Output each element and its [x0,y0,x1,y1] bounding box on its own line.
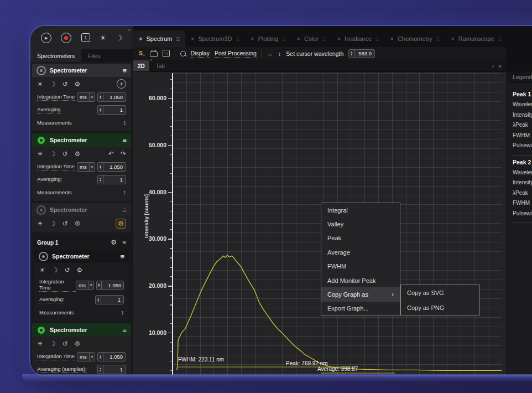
field-value[interactable]: 1.050 [103,163,126,171]
field-value[interactable]: 1 [103,106,126,114]
hamburger-icon[interactable]: ≡ [122,136,127,144]
redo-icon[interactable]: ↷ [121,151,126,157]
close-icon[interactable]: × [337,35,341,42]
menu-item-fwhm[interactable]: FWHM [321,260,400,273]
panel-header[interactable]: Spectrometer≡ [32,133,131,147]
brightness-icon[interactable]: ☀ [37,340,43,347]
panel-collapse-icon[interactable]: « [498,63,502,69]
moon-icon[interactable]: ☽ [50,220,56,227]
menu-item-integral[interactable]: Integral [321,203,400,217]
doc-tab-ramanscope[interactable]: ×Ramanscope≡ [445,30,507,47]
sidebar-collapse-icon[interactable]: « [128,27,131,33]
unit-select[interactable]: ms▾ [76,281,93,290]
value-stepper[interactable]: ▴▾1 [97,105,126,115]
tab-menu-icon[interactable]: ≡ [498,35,502,42]
menu-item-valley[interactable]: Valley [321,217,400,231]
field-value[interactable]: 1.050 [102,281,124,289]
chevron-down-icon[interactable]: ▾ [89,93,95,101]
stepper-arrows-icon[interactable]: ▴▾ [349,50,354,58]
hamburger-icon[interactable]: ≡ [122,239,126,246]
brightness-icon[interactable]: ☀ [100,34,106,42]
panel-header[interactable]: Spectrometer≡ [34,250,129,263]
close-icon[interactable]: × [139,35,142,42]
chevron-down-icon[interactable]: ▾ [89,163,95,171]
menu-item-average[interactable]: Average [321,245,400,259]
stepper-arrows-icon[interactable]: ▴▾ [98,93,103,101]
record-icon[interactable] [61,33,71,43]
gear-active-icon[interactable]: ⚙ [116,219,126,229]
field-value[interactable]: 1 [101,296,123,304]
field-value[interactable]: 1.050 [103,93,126,101]
stepper-arrows-icon[interactable]: ▴▾ [97,281,102,289]
panel-header[interactable]: Spectrometer≡ [32,64,131,77]
tab-menu-icon[interactable]: ≡ [236,35,239,42]
moon-icon[interactable]: ☽ [116,34,123,42]
close-icon[interactable]: × [390,35,393,42]
value-stepper[interactable]: ▴▾1.050 [97,162,126,172]
export-icon[interactable]: ↑ [163,50,170,57]
save-menu-button[interactable]: S [139,50,145,57]
calibration-wheel-icon[interactable]: ✳ [117,79,126,89]
moon-icon[interactable]: ☽ [52,267,58,273]
moon-icon[interactable]: ☽ [50,81,56,87]
single-shot-icon[interactable]: 1 [81,33,90,42]
value-stepper[interactable]: ▴▾1.050 [96,281,124,290]
gear-icon[interactable]: ⚙ [75,220,81,227]
gear-icon[interactable]: ⚙ [77,267,83,273]
tab-2d[interactable]: 2D [133,60,149,71]
unit-select[interactable]: ms▾ [77,162,95,172]
doc-tab-irradiance[interactable]: ×Irradiance≡ [332,30,385,47]
moon-icon[interactable]: ☽ [50,151,56,157]
stepper-arrows-icon[interactable]: ▴▾ [96,296,101,304]
tab-menu-icon[interactable]: ≡ [436,35,440,42]
gear-icon[interactable]: ⚙ [111,239,117,246]
stepper-arrows-icon[interactable]: ▴▾ [98,365,103,374]
menu-item-export-graph[interactable]: Export Graph... [321,302,400,316]
sidebar-tab-spectrometers[interactable]: Spectrometers [30,49,81,62]
gear-icon[interactable]: ⚙ [75,81,81,87]
close-icon[interactable]: × [297,35,300,42]
print-icon[interactable] [150,51,158,57]
field-value[interactable]: 1 [103,175,126,184]
undo-icon[interactable]: ↶ [108,151,114,157]
sidebar-tab-files[interactable]: Files [81,49,107,62]
hamburger-icon[interactable]: ≡ [122,206,127,214]
reset-icon[interactable]: ↺ [65,267,70,273]
panel-expand-icon[interactable]: › [492,63,494,69]
tab-menu-icon[interactable]: ≡ [282,35,285,42]
unit-select[interactable]: ms▾ [77,352,95,361]
menu-item-copy-graph-as[interactable]: Copy Graph as› [321,287,400,301]
reset-icon[interactable]: ↺ [62,220,68,227]
panel-header[interactable]: Spectrometer≡ [32,203,131,216]
stepper-arrows-icon[interactable]: ▴▾ [98,175,103,184]
field-value[interactable]: 1.050 [103,353,126,361]
fit-horizontal-icon[interactable]: ↔ [267,50,273,57]
gear-icon[interactable]: ⚙ [75,340,81,347]
reset-icon[interactable]: ↺ [62,151,68,157]
menu-item-peak[interactable]: Peak [321,231,400,245]
field-value[interactable]: 1 [103,365,126,374]
value-stepper[interactable]: ▴▾1 [97,175,126,184]
play-icon[interactable]: ▶ [41,33,51,43]
submenu-item-copy-as-svg[interactable]: Copy as SVG [401,285,479,300]
display-menu[interactable]: Display [191,50,210,58]
tab-menu-icon[interactable]: ≡ [176,35,180,42]
doc-tab-chemometry[interactable]: ×Chemometry≡ [384,30,445,47]
value-stepper[interactable]: ▴▾1 [97,365,126,374]
menu-item-add-monitor-peak[interactable]: Add Monitor Peak [321,273,400,287]
gear-icon[interactable]: ⚙ [75,151,81,157]
brightness-icon[interactable]: ☀ [39,267,45,273]
doc-tab-spectrum[interactable]: ×Spectrum≡ [133,30,185,47]
brightness-icon[interactable]: ☀ [37,220,43,227]
hamburger-icon[interactable]: ≡ [120,252,124,261]
submenu-item-copy-as-png[interactable]: Copy as PNG [401,300,479,315]
reset-icon[interactable]: ↺ [62,340,68,347]
chevron-down-icon[interactable]: ▾ [88,281,94,289]
tab-menu-icon[interactable]: ≡ [375,35,379,42]
spectrum-chart[interactable]: Intensity [counts] FWHM: 223.11 nmPeak: … [133,72,507,375]
value-stepper[interactable]: ▴▾1 [95,295,124,304]
tab-generic[interactable]: Tab [156,63,165,69]
doc-tab-color[interactable]: ×Color≡ [291,30,332,47]
brightness-icon[interactable]: ☀ [37,81,43,87]
chevron-down-icon[interactable]: ▾ [89,353,95,361]
